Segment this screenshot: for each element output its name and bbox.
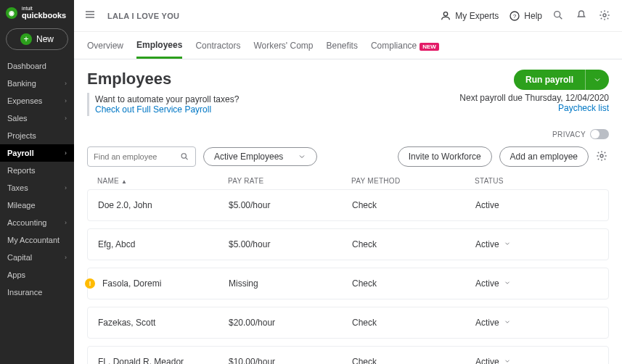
status-cell: Active bbox=[475, 318, 598, 328]
col-status-header[interactable]: STATUS bbox=[475, 177, 599, 185]
sidebar-item-expenses[interactable]: Expenses› bbox=[0, 92, 74, 109]
invite-workforce-button[interactable]: Invite to Workforce bbox=[398, 146, 492, 167]
table-row[interactable]: Doe 2.0, John$5.00/hourCheckActive bbox=[87, 189, 609, 221]
pay-method: Check bbox=[352, 239, 475, 249]
tab-overview[interactable]: Overview bbox=[87, 33, 123, 57]
sidebar-item-projects[interactable]: Projects bbox=[0, 127, 74, 144]
table-row[interactable]: FL, Donald R. Meador$10.00/hourCheckActi… bbox=[87, 346, 609, 364]
run-payroll-button[interactable]: Run payroll bbox=[514, 70, 585, 90]
page-content: Employees Run payroll Want to automate y… bbox=[74, 59, 622, 364]
table-row[interactable]: Fazekas, Scott$20.00/hourCheckActive bbox=[87, 307, 609, 339]
chevron-right-icon: › bbox=[65, 254, 67, 261]
chevron-right-icon: › bbox=[65, 219, 67, 226]
table-row[interactable]: !Fasola, DoremiMissingCheckActive bbox=[87, 268, 609, 299]
privacy-toggle[interactable] bbox=[590, 129, 609, 139]
chevron-down-icon bbox=[504, 357, 511, 364]
status-dropdown[interactable]: Active bbox=[475, 357, 511, 364]
status-dropdown[interactable]: Active bbox=[475, 278, 511, 289]
svg-line-7 bbox=[186, 158, 188, 160]
chevron-right-icon: › bbox=[65, 115, 67, 122]
status-cell: Active bbox=[475, 278, 598, 289]
status-dropdown: Active bbox=[475, 200, 499, 210]
gear-icon[interactable] bbox=[599, 9, 612, 22]
tab-employees[interactable]: Employees bbox=[136, 33, 182, 59]
search-icon[interactable] bbox=[552, 9, 565, 22]
status-cell: Active bbox=[475, 357, 598, 364]
run-payroll-dropdown[interactable] bbox=[585, 70, 609, 90]
new-button[interactable]: + New bbox=[6, 28, 68, 50]
search-input[interactable] bbox=[94, 152, 180, 161]
sidebar-nav: DashboardBanking›Expenses›Sales›Projects… bbox=[0, 57, 74, 301]
paycheck-list-link[interactable]: Paycheck list bbox=[459, 103, 609, 113]
sidebar-item-sales[interactable]: Sales› bbox=[0, 109, 74, 127]
svg-text:?: ? bbox=[513, 12, 517, 19]
sidebar-item-payroll[interactable]: Payroll› bbox=[0, 144, 74, 162]
sidebar-item-reports[interactable]: Reports bbox=[0, 162, 74, 179]
new-badge: NEW bbox=[420, 43, 439, 51]
table-body: Doe 2.0, John$5.00/hourCheckActiveEfg, A… bbox=[87, 189, 609, 364]
bell-icon[interactable] bbox=[576, 9, 589, 22]
chevron-down-icon bbox=[504, 279, 511, 288]
status-cell: Active bbox=[475, 200, 598, 210]
brand-logo-icon: ◉ bbox=[6, 7, 17, 19]
status-dropdown[interactable]: Active bbox=[475, 318, 511, 328]
employee-name: Fazekas, Scott bbox=[98, 318, 155, 328]
sidebar-item-my-accountant[interactable]: My Accountant bbox=[0, 231, 74, 249]
sidebar-item-taxes[interactable]: Taxes› bbox=[0, 179, 74, 197]
page-title: Employees bbox=[87, 70, 171, 88]
col-name-header[interactable]: NAME▲ bbox=[97, 177, 228, 185]
tabs: OverviewEmployeesContractorsWorkers' Com… bbox=[74, 32, 622, 59]
employee-name: FL, Donald R. Meador bbox=[98, 357, 184, 364]
svg-point-0 bbox=[444, 12, 448, 15]
sort-asc-icon: ▲ bbox=[121, 178, 127, 185]
help-link[interactable]: ? Help bbox=[509, 10, 542, 22]
chevron-right-icon: › bbox=[65, 80, 67, 87]
chevron-right-icon: › bbox=[65, 149, 67, 157]
chevron-right-icon: › bbox=[65, 97, 67, 104]
search-input-wrapper bbox=[87, 146, 196, 167]
col-method-header[interactable]: PAY METHOD bbox=[351, 177, 475, 185]
pay-rate: $5.00/hour bbox=[229, 200, 352, 210]
sidebar-item-insurance[interactable]: Insurance bbox=[0, 284, 74, 301]
tab-contractors[interactable]: Contractors bbox=[195, 33, 240, 57]
col-rate-header[interactable]: PAY RATE bbox=[228, 177, 351, 185]
warning-icon: ! bbox=[85, 278, 95, 289]
pay-rate: $10.00/hour bbox=[229, 357, 352, 364]
sidebar-item-apps[interactable]: Apps bbox=[0, 266, 74, 284]
sidebar-item-dashboard[interactable]: Dashboard bbox=[0, 57, 74, 75]
tab-workers-comp[interactable]: Workers' Comp bbox=[253, 33, 313, 57]
tab-benefits[interactable]: Benefits bbox=[327, 33, 358, 57]
search-icon[interactable] bbox=[180, 152, 189, 162]
brand: ◉ intuit quickbooks bbox=[0, 0, 74, 24]
sidebar-item-accounting[interactable]: Accounting› bbox=[0, 214, 74, 231]
svg-point-8 bbox=[600, 154, 603, 157]
sidebar-item-mileage[interactable]: Mileage bbox=[0, 197, 74, 214]
chevron-down-icon bbox=[504, 318, 511, 327]
status-dropdown[interactable]: Active bbox=[475, 239, 511, 249]
sidebar: ◉ intuit quickbooks + New DashboardBanki… bbox=[0, 0, 74, 364]
run-payroll-group: Run payroll bbox=[514, 70, 609, 90]
employee-name: Fasola, Doremi bbox=[102, 278, 161, 289]
chevron-right-icon: › bbox=[65, 184, 67, 191]
table-settings-icon[interactable] bbox=[596, 150, 609, 163]
pay-method: Check bbox=[352, 200, 475, 210]
pay-method: Check bbox=[352, 318, 475, 328]
full-service-link[interactable]: Check out Full Service Payroll bbox=[95, 104, 239, 115]
person-icon bbox=[440, 10, 451, 22]
svg-point-3 bbox=[555, 11, 560, 17]
tab-compliance[interactable]: ComplianceNEW bbox=[371, 33, 439, 57]
sidebar-item-capital[interactable]: Capital› bbox=[0, 249, 74, 266]
brand-name: intuit quickbooks bbox=[22, 6, 66, 20]
sidebar-item-banking[interactable]: Banking› bbox=[0, 75, 74, 92]
pay-rate: $5.00/hour bbox=[229, 239, 352, 249]
my-experts-link[interactable]: My Experts bbox=[440, 10, 499, 22]
svg-line-4 bbox=[560, 17, 562, 19]
chevron-down-icon bbox=[298, 152, 306, 161]
employee-filter-dropdown[interactable]: Active Employees bbox=[203, 147, 317, 166]
menu-icon[interactable] bbox=[84, 9, 97, 22]
svg-point-5 bbox=[603, 14, 606, 17]
chevron-down-icon bbox=[593, 75, 602, 84]
table-row[interactable]: Efg, Abcd$5.00/hourCheckActive bbox=[87, 228, 609, 260]
svg-point-6 bbox=[181, 154, 186, 158]
add-employee-button[interactable]: Add an employee bbox=[499, 146, 589, 167]
